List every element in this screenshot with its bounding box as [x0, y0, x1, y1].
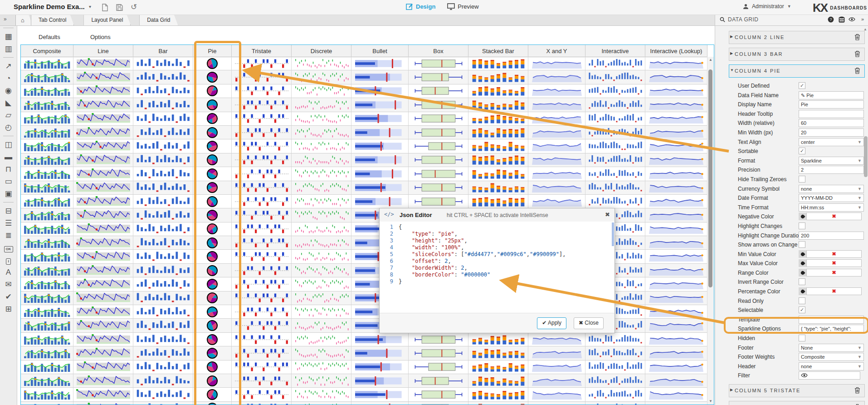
sparkline-cell-tristate[interactable]: [232, 374, 292, 387]
sparkline-cell-line[interactable]: [73, 98, 133, 111]
sparkline-cell-xy[interactable]: [528, 139, 585, 153]
sparkline-cell-line[interactable]: [73, 264, 133, 277]
editor-scroll-thumb[interactable]: [612, 222, 614, 246]
sparkline-cell-box[interactable]: [409, 374, 468, 387]
sparkline-cell-xy[interactable]: [528, 126, 585, 139]
negative-color-picker[interactable]: ✖: [799, 212, 862, 220]
grid-scroll-thumb[interactable]: [708, 69, 712, 287]
sparkline-cell-discrete[interactable]: [292, 402, 351, 405]
sparkline-cell-stacked[interactable]: [468, 195, 528, 208]
tab-panel-icon[interactable]: ⊓: [0, 163, 17, 175]
column-header-interactive[interactable]: Interactive: [585, 45, 645, 57]
line-chart-icon[interactable]: ↗: [0, 60, 17, 72]
sparkline-cell-composite[interactable]: [21, 346, 73, 360]
sparkline-cell-pie[interactable]: [193, 57, 232, 70]
sparkline-cell-box[interactable]: [409, 126, 468, 139]
panel-search[interactable]: DATA GRID: [720, 16, 758, 23]
sparkline-cell-xy[interactable]: [528, 195, 585, 208]
color-droplet-icon[interactable]: [799, 212, 806, 220]
sparkline-cell-tristate[interactable]: [232, 264, 292, 277]
code-line[interactable]: 9}: [380, 278, 614, 285]
sparkline-cell-bar[interactable]: [133, 361, 193, 374]
sparkline-cell-lookup[interactable]: [645, 250, 707, 263]
sparkline-cell-pie[interactable]: [193, 236, 232, 249]
sparkline-cell-composite[interactable]: [21, 57, 73, 70]
sparkline-cell-stacked[interactable]: [468, 70, 528, 84]
sparkline-cell-bar[interactable]: [133, 139, 193, 153]
help-icon[interactable]: ?: [828, 16, 836, 24]
sparkline-cell-xy[interactable]: [528, 374, 585, 387]
sparkline-cell-composite[interactable]: [21, 167, 73, 180]
sparkline-cell-bar[interactable]: [133, 195, 193, 208]
sparkline-cell-bullet[interactable]: [351, 139, 409, 153]
sparkline-cell-stacked[interactable]: [468, 333, 528, 346]
sparkline-cell-bar[interactable]: [133, 112, 193, 125]
sparkline-cell-bar[interactable]: [133, 374, 193, 387]
sparkline-cell-composite[interactable]: [21, 98, 73, 111]
sparkline-cell-lookup[interactable]: [645, 126, 707, 139]
sparkline-cell-line[interactable]: [73, 84, 133, 98]
sparkline-cell-discrete[interactable]: [292, 195, 351, 208]
hidden-checkbox[interactable]: [799, 335, 805, 341]
sparkline-cell-line[interactable]: [73, 305, 133, 318]
sparkline-cell-interactive[interactable]: [585, 167, 645, 180]
sparkline-cell-stacked[interactable]: [468, 346, 528, 360]
sparkline-cell-bar[interactable]: [133, 402, 193, 405]
sparkline-cell-lookup[interactable]: [645, 402, 707, 405]
sparkline-cell-lookup[interactable]: [645, 388, 707, 401]
sparkline-cell-bar[interactable]: [133, 346, 193, 360]
sparkline-cell-line[interactable]: [73, 57, 133, 70]
pivot-grid-icon[interactable]: ▥: [0, 43, 17, 55]
sparkline-cell-composite[interactable]: [21, 84, 73, 98]
sparkline-cell-composite[interactable]: [21, 126, 73, 139]
sparkline-cell-line[interactable]: [73, 250, 133, 263]
column-header-discrete[interactable]: Discrete: [292, 45, 351, 57]
sparkline-cell-lookup[interactable]: [645, 277, 707, 291]
sparkline-cell-lookup[interactable]: [645, 374, 707, 387]
color-droplet-icon[interactable]: [799, 269, 806, 277]
scroll-up-arrow[interactable]: ▲: [707, 57, 714, 63]
sparkline-cell-composite[interactable]: [21, 139, 73, 153]
sparkline-cell-bar[interactable]: [133, 153, 193, 167]
sparkline-cell-composite[interactable]: [21, 388, 73, 401]
sparkline-cell-composite[interactable]: [21, 277, 73, 291]
sparkline-cell-line[interactable]: [73, 126, 133, 139]
sparkline-cell-stacked[interactable]: [468, 167, 528, 180]
sparkline-cell-discrete[interactable]: [292, 181, 351, 194]
sparkline-cell-interactive[interactable]: [585, 70, 645, 84]
delete-column-icon[interactable]: [854, 34, 861, 41]
sparkline-cell-stacked[interactable]: [468, 84, 528, 98]
sparkline-cell-tristate[interactable]: [232, 153, 292, 167]
sparkline-cell-composite[interactable]: [21, 319, 73, 332]
sparkline-cell-interactive[interactable]: [585, 402, 645, 405]
sparkline-cell-tristate[interactable]: [232, 139, 292, 153]
column-header-bar[interactable]: Bar: [133, 45, 193, 57]
user-menu[interactable]: Administrator ▼: [743, 3, 791, 10]
sparkline-cell-discrete[interactable]: [292, 236, 351, 249]
column-header-tristate[interactable]: Tristate: [232, 45, 292, 57]
sparkline-cell-composite[interactable]: [21, 333, 73, 346]
sparkline-cell-xy[interactable]: [528, 167, 585, 180]
sparkline-cell-line[interactable]: [73, 361, 133, 374]
sparkline-cell-interactive[interactable]: [585, 374, 645, 387]
color-droplet-icon[interactable]: [799, 259, 806, 267]
header-tooltip-input[interactable]: [799, 110, 864, 118]
gauge-icon[interactable]: ◴: [0, 121, 17, 133]
sparkline-cell-stacked[interactable]: [468, 98, 528, 111]
sparkline-cell-lookup[interactable]: [645, 333, 707, 346]
sparkline-cell-box[interactable]: [409, 346, 468, 360]
sparkline-cell-composite[interactable]: [21, 361, 73, 374]
sparkline-cell-tristate[interactable]: [232, 126, 292, 139]
sparkline-cell-lookup[interactable]: [645, 153, 707, 167]
sparkline-cell-pie[interactable]: [193, 250, 232, 263]
dropdown-icon[interactable]: ⊟: [0, 205, 17, 217]
code-line[interactable]: 5 "sliceColors": ["#dd4477","#0099c6","#…: [380, 251, 614, 258]
sparkline-cell-xy[interactable]: [528, 70, 585, 84]
breadcrumb-tab-tab-control[interactable]: Tab Control: [31, 15, 74, 25]
sparkline-cell-pie[interactable]: [193, 84, 232, 98]
sparkline-cell-bar[interactable]: [133, 319, 193, 332]
breadcrumb-tab-layout-panel[interactable]: Layout Panel: [83, 15, 131, 25]
sparkline-cell-line[interactable]: [73, 139, 133, 153]
sparkline-cell-discrete[interactable]: [292, 139, 351, 153]
sparkline-cell-bar[interactable]: [133, 70, 193, 84]
